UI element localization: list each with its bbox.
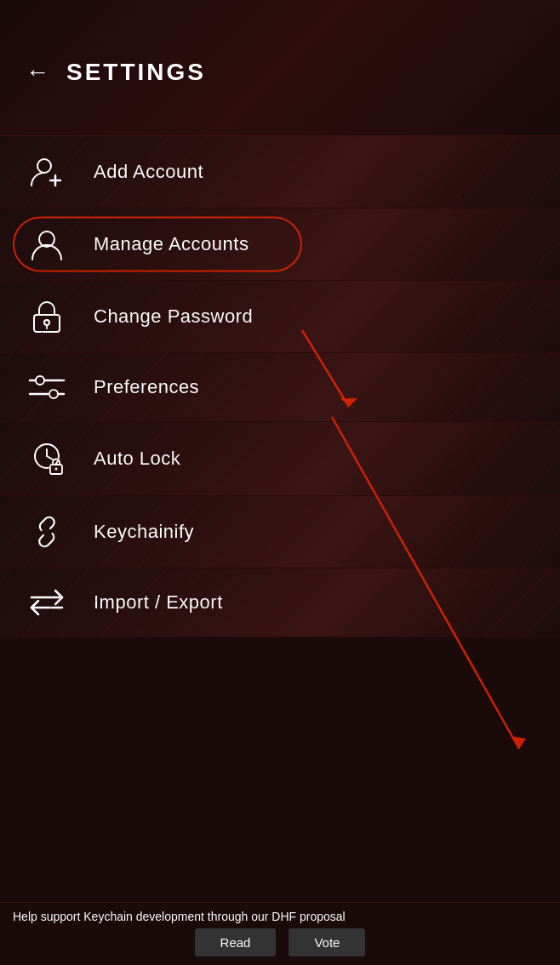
svg-point-0 — [37, 159, 51, 173]
change-password-label: Change Password — [94, 305, 253, 328]
menu-item-add-account[interactable]: Add Account — [0, 136, 560, 208]
manage-accounts-icon — [26, 227, 68, 261]
back-arrow-icon: ← — [26, 59, 49, 86]
svg-point-15 — [55, 468, 58, 471]
back-button[interactable]: ← — [26, 59, 49, 86]
preferences-icon — [26, 372, 68, 403]
menu-item-change-password[interactable]: Change Password — [0, 281, 560, 353]
settings-header: ← SETTINGS — [0, 0, 560, 136]
banner-text: Help support Keychain development throug… — [13, 910, 547, 928]
manage-accounts-label: Manage Accounts — [94, 233, 249, 255]
svg-marker-21 — [511, 736, 526, 749]
svg-point-10 — [49, 390, 58, 398]
page-title: SETTINGS — [66, 59, 206, 86]
add-account-label: Add Account — [94, 161, 203, 183]
settings-menu: Add Account Manage Accounts Change Passw… — [0, 136, 560, 637]
add-account-icon — [26, 155, 68, 189]
svg-point-8 — [36, 376, 44, 385]
menu-item-keychainify[interactable]: Keychainify — [0, 496, 560, 568]
banner-buttons: Read Vote — [13, 928, 547, 965]
menu-item-import-export[interactable]: Import / Export — [0, 568, 560, 637]
preferences-label: Preferences — [94, 376, 199, 398]
menu-item-manage-accounts[interactable]: Manage Accounts — [0, 208, 560, 281]
import-export-icon — [26, 587, 68, 618]
bottom-banner: Help support Keychain development throug… — [0, 902, 560, 965]
vote-button[interactable]: Vote — [289, 928, 365, 956]
read-button[interactable]: Read — [195, 928, 277, 956]
auto-lock-label: Auto Lock — [94, 448, 180, 470]
svg-line-13 — [47, 456, 53, 460]
lock-icon — [26, 300, 68, 334]
auto-lock-icon — [26, 441, 68, 477]
keychainify-icon — [26, 515, 68, 549]
menu-item-preferences[interactable]: Preferences — [0, 353, 560, 422]
keychainify-label: Keychainify — [94, 521, 194, 543]
import-export-label: Import / Export — [94, 591, 223, 614]
menu-item-auto-lock[interactable]: Auto Lock — [0, 422, 560, 496]
